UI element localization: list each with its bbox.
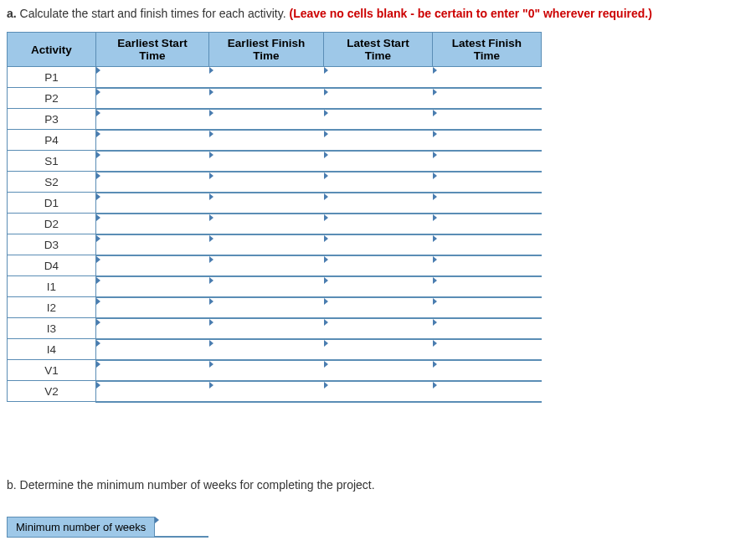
est-input[interactable] — [96, 381, 209, 402]
input-tick-icon — [155, 517, 159, 523]
eft-input[interactable] — [209, 234, 324, 255]
input-tick-icon — [433, 193, 437, 200]
lft-input[interactable] — [433, 172, 542, 193]
lft-input[interactable] — [433, 130, 542, 151]
lft-input[interactable] — [433, 255, 542, 276]
lst-input[interactable] — [324, 318, 433, 339]
lft-input[interactable] — [433, 109, 542, 130]
eft-input[interactable] — [209, 151, 324, 172]
table-row: V1 — [8, 360, 542, 381]
input-tick-icon — [209, 152, 213, 158]
lst-input[interactable] — [324, 130, 433, 151]
input-tick-icon — [324, 110, 328, 116]
part-a-label: a. — [7, 7, 17, 20]
input-tick-icon — [96, 298, 100, 305]
input-tick-icon — [433, 256, 437, 263]
est-input[interactable] — [96, 67, 209, 88]
eft-input[interactable] — [209, 88, 324, 109]
lft-input[interactable] — [433, 214, 542, 234]
est-input[interactable] — [96, 339, 209, 360]
lst-input[interactable] — [324, 67, 433, 88]
input-tick-icon — [324, 131, 328, 137]
eft-input[interactable] — [209, 381, 324, 402]
est-input[interactable] — [96, 360, 209, 381]
input-tick-icon — [433, 152, 437, 158]
lft-input[interactable] — [433, 234, 542, 255]
table-row: S1 — [8, 151, 542, 172]
lst-input[interactable] — [324, 88, 433, 109]
lft-input[interactable] — [433, 88, 542, 109]
est-input[interactable] — [96, 193, 209, 214]
table-header-row: Activity Earliest Start Time Earliest Fi… — [8, 33, 542, 67]
input-tick-icon — [96, 67, 100, 74]
lst-input[interactable] — [324, 234, 433, 255]
input-tick-icon — [96, 382, 100, 389]
input-tick-icon — [96, 277, 100, 284]
est-input[interactable] — [96, 255, 209, 276]
input-tick-icon — [209, 67, 213, 74]
est-input[interactable] — [96, 88, 209, 109]
eft-input[interactable] — [209, 339, 324, 360]
eft-input[interactable] — [209, 130, 324, 151]
lft-input[interactable] — [433, 297, 542, 318]
input-tick-icon — [96, 89, 100, 95]
input-tick-icon — [209, 214, 213, 221]
eft-input[interactable] — [209, 214, 324, 234]
lst-input[interactable] — [324, 381, 433, 402]
lst-input[interactable] — [324, 109, 433, 130]
est-input[interactable] — [96, 318, 209, 339]
input-tick-icon — [324, 214, 328, 221]
eft-input[interactable] — [209, 297, 324, 318]
lft-input[interactable] — [433, 67, 542, 88]
est-input[interactable] — [96, 172, 209, 193]
est-input[interactable] — [96, 297, 209, 318]
input-tick-icon — [433, 172, 437, 179]
lft-input[interactable] — [433, 318, 542, 339]
input-tick-icon — [433, 214, 437, 221]
lst-input[interactable] — [324, 360, 433, 381]
eft-input[interactable] — [209, 360, 324, 381]
lst-input[interactable] — [324, 193, 433, 214]
lft-input[interactable] — [433, 360, 542, 381]
eft-input[interactable] — [209, 255, 324, 276]
input-tick-icon — [209, 89, 213, 95]
header-eft: Earliest Finish Time — [209, 33, 324, 67]
eft-input[interactable] — [209, 318, 324, 339]
eft-input[interactable] — [209, 67, 324, 88]
est-input[interactable] — [96, 276, 209, 297]
eft-input[interactable] — [209, 172, 324, 193]
activity-cell: P2 — [8, 88, 96, 109]
table-row: I4 — [8, 339, 542, 360]
lft-input[interactable] — [433, 151, 542, 172]
activity-cell: D3 — [8, 234, 96, 255]
est-input[interactable] — [96, 151, 209, 172]
eft-input[interactable] — [209, 193, 324, 214]
lft-input[interactable] — [433, 276, 542, 297]
lst-input[interactable] — [324, 255, 433, 276]
est-input[interactable] — [96, 214, 209, 234]
min-weeks-input[interactable] — [155, 517, 208, 538]
lst-input[interactable] — [324, 151, 433, 172]
input-tick-icon — [209, 256, 213, 263]
est-input[interactable] — [96, 234, 209, 255]
input-tick-icon — [209, 131, 213, 137]
lst-input[interactable] — [324, 297, 433, 318]
lft-input[interactable] — [433, 339, 542, 360]
est-input[interactable] — [96, 130, 209, 151]
est-input[interactable] — [96, 109, 209, 130]
input-tick-icon — [96, 235, 100, 242]
lft-input[interactable] — [433, 381, 542, 402]
input-tick-icon — [324, 382, 328, 389]
table-row: D1 — [8, 193, 542, 214]
lft-input[interactable] — [433, 193, 542, 214]
lst-input[interactable] — [324, 214, 433, 234]
eft-input[interactable] — [209, 109, 324, 130]
lst-input[interactable] — [324, 339, 433, 360]
lst-input[interactable] — [324, 276, 433, 297]
input-tick-icon — [96, 214, 100, 221]
eft-input[interactable] — [209, 276, 324, 297]
lst-input[interactable] — [324, 172, 433, 193]
table-row: D4 — [8, 255, 542, 276]
table-row: P3 — [8, 109, 542, 130]
activity-cell: P1 — [8, 67, 96, 88]
